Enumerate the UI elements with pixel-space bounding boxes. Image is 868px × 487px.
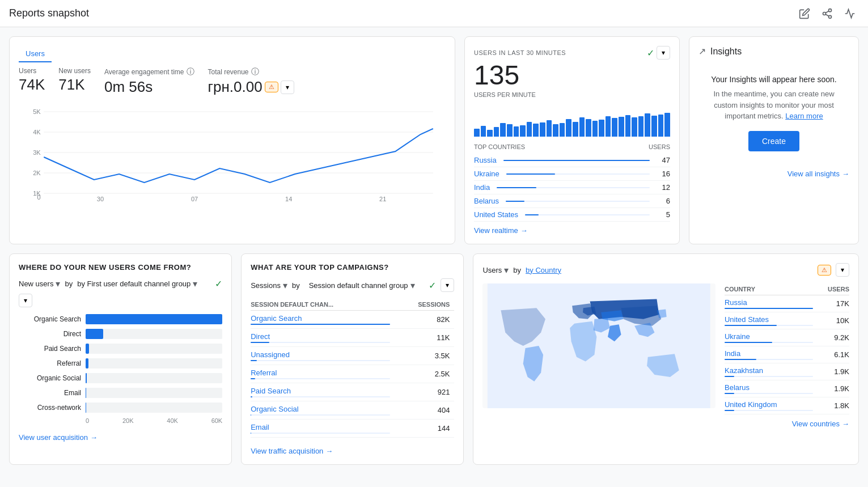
view-user-acquisition-link[interactable]: View user acquisition →	[19, 433, 222, 442]
map-card: Users ▾ by by Country ⚠ ▾	[473, 253, 859, 465]
insights-title: Insights	[710, 46, 742, 57]
tab-users[interactable]: Users	[19, 46, 52, 62]
map-users-cell: 10K	[813, 312, 849, 329]
svg-point-2	[829, 15, 832, 18]
table-row: Paid Search 921	[251, 383, 454, 401]
rt-bar	[500, 123, 506, 137]
cbar-wrap	[725, 342, 813, 343]
metric-revenue-value: грн.0.00	[208, 78, 262, 96]
view-traffic-acquisition-link[interactable]: View traffic acquisition →	[251, 447, 454, 455]
rt-bar	[487, 130, 493, 137]
rt-dropdown-btn[interactable]: ▾	[657, 46, 670, 60]
map-metric-chip[interactable]: Users ▾	[482, 265, 509, 276]
cbar-wrap	[725, 325, 813, 326]
channel-link[interactable]: Organic Search	[251, 314, 302, 323]
hbar-track	[86, 314, 222, 324]
map-country-cell: Ukraine	[725, 329, 813, 346]
metric-engagement-label: Average engagement time ⓘ	[104, 67, 194, 77]
learn-more-link[interactable]: Learn more	[785, 112, 823, 120]
country-name[interactable]: Belarus	[474, 197, 499, 205]
hbar-label: Organic Search	[19, 315, 81, 323]
svg-point-0	[829, 9, 832, 11]
hbar-row: Organic Social	[19, 373, 222, 383]
sources-filter-chevron-icon: ▾	[193, 278, 197, 289]
customize-button[interactable]	[841, 5, 859, 23]
engagement-info-icon[interactable]: ⓘ	[187, 67, 194, 77]
sessions-table: SESSION DEFAULT CHAN... SESSIONS Organic…	[251, 299, 454, 438]
view-countries-link[interactable]: View countries →	[482, 420, 849, 428]
revenue-info-icon[interactable]: ⓘ	[251, 67, 259, 77]
map-col-country: COUNTRY	[725, 283, 813, 295]
map-country-link[interactable]: Kazakhstan	[725, 366, 763, 375]
rt-bar	[474, 129, 480, 137]
channel-bar-wrap	[251, 396, 389, 397]
country-name[interactable]: India	[474, 183, 490, 192]
map-options-btn[interactable]: ▾	[836, 263, 849, 277]
hbar-row: Referral	[19, 358, 222, 369]
channel-link[interactable]: Paid Search	[251, 387, 291, 395]
edit-button[interactable]	[795, 5, 814, 23]
campaigns-options-btn[interactable]: ▾	[441, 278, 454, 292]
map-country-link[interactable]: Russia	[725, 298, 747, 307]
revenue-dropdown-btn[interactable]: ▾	[281, 81, 294, 94]
map-chevron-icon: ▾	[504, 265, 509, 276]
channel-link[interactable]: Direct	[251, 332, 270, 341]
map-users-cell: 1.9K	[813, 363, 849, 380]
create-button[interactable]: Create	[748, 131, 799, 151]
channel-link[interactable]: Referral	[251, 369, 277, 377]
hbar-row: Email	[19, 388, 222, 398]
campaigns-filter-chip[interactable]: Session default channel group ▾	[309, 280, 415, 291]
country-bar-wrap	[503, 160, 650, 161]
map-country-link[interactable]: India	[725, 349, 740, 358]
hbar-fill	[86, 314, 222, 324]
insights-trend-icon: ↗	[698, 46, 706, 57]
main-metrics-card: Users Users 74K New users 71K Average en…	[9, 36, 455, 244]
metric-new-users-value: 71K	[58, 76, 91, 94]
sources-section-title: WHERE DO YOUR NEW USERS COME FROM?	[19, 263, 222, 272]
page-title: Reports snapshot	[9, 7, 89, 19]
channel-link[interactable]: Unassigned	[251, 350, 290, 359]
rt-bar	[579, 117, 585, 137]
sources-filter-chip[interactable]: by First user default channel group ▾	[77, 278, 197, 289]
map-country-link[interactable]: United Kingdom	[725, 400, 777, 409]
sources-chevron-icon: ▾	[56, 278, 60, 289]
view-all-insights-link[interactable]: View all insights →	[698, 170, 849, 178]
insights-sub-text: In the meantime, you can create new cust…	[703, 88, 845, 122]
hbar-fill	[86, 344, 89, 354]
rt-bar	[566, 119, 571, 137]
rt-bar	[612, 118, 617, 137]
table-row: India 6.1K	[725, 346, 849, 363]
metric-users-label: Users	[19, 67, 45, 75]
channel-link[interactable]: Organic Social	[251, 405, 299, 413]
view-realtime-link[interactable]: View realtime →	[474, 226, 670, 235]
sources-filter-bar: New users ▾ by by First user default cha…	[19, 278, 222, 307]
country-row: United States 5	[474, 208, 670, 222]
campaigns-metric-chip[interactable]: Sessions ▾	[251, 280, 287, 291]
map-country-link[interactable]: United States	[725, 315, 769, 324]
rt-bar	[664, 113, 670, 137]
map-filter-bar: Users ▾ by by Country ⚠ ▾	[482, 263, 849, 277]
map-country-link[interactable]: Belarus	[725, 383, 750, 392]
channel-bar-wrap	[251, 342, 389, 343]
metric-engagement: Average engagement time ⓘ 0m 56s	[104, 67, 194, 96]
channel-bar	[251, 378, 255, 379]
sources-options-btn[interactable]: ▾	[19, 294, 32, 307]
map-country-link[interactable]: Ukraine	[725, 332, 750, 341]
country-name[interactable]: United States	[474, 210, 518, 219]
country-name[interactable]: Russia	[474, 156, 497, 164]
channel-link[interactable]: Email	[251, 423, 269, 431]
country-name[interactable]: Ukraine	[474, 170, 499, 178]
hbar-track	[86, 329, 222, 339]
rt-bar	[625, 115, 631, 137]
line-chart: 5K 4K 3K 2K 1K 0 30 Apr 07 May 14 21	[19, 100, 446, 202]
realtime-card: USERS IN LAST 30 MINUTES ✓ ▾ 135 USERS P…	[464, 36, 680, 244]
map-warning-badge: ⚠	[818, 265, 831, 276]
channel-bar	[251, 324, 389, 325]
sources-metric-chip[interactable]: New users ▾	[19, 278, 60, 289]
rt-count: 135	[474, 62, 670, 89]
rt-header: USERS IN LAST 30 MINUTES ✓ ▾	[474, 46, 670, 60]
map-users-cell: 6.1K	[813, 346, 849, 363]
svg-text:5K: 5K	[33, 109, 41, 115]
rt-bar	[586, 119, 591, 137]
share-button[interactable]	[818, 5, 836, 23]
